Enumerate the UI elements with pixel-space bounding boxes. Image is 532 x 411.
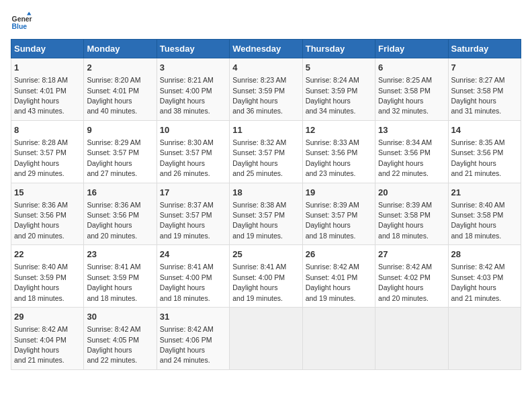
header-row: SundayMondayTuesdayWednesdayThursdayFrid… [11,40,521,58]
logo-icon: General Blue [11,11,32,32]
day-cell: 20Sunrise: 8:39 AMSunset: 3:58 PMDayligh… [375,183,448,245]
day-number: 26 [306,248,372,261]
day-info: Sunrise: 8:41 AMSunset: 4:00 PMDaylight … [232,263,286,302]
day-cell: 2Sunrise: 8:20 AMSunset: 4:01 PMDaylight… [84,58,157,121]
day-number: 16 [87,187,153,199]
day-info: Sunrise: 8:36 AMSunset: 3:56 PMDaylight … [87,201,140,240]
day-cell: 11Sunrise: 8:32 AMSunset: 3:57 PMDayligh… [230,120,302,183]
day-info: Sunrise: 8:35 AMSunset: 3:56 PMDaylight … [451,138,505,177]
day-info: Sunrise: 8:36 AMSunset: 3:56 PMDaylight … [14,201,68,240]
day-number: 6 [378,62,445,74]
day-number: 2 [87,62,153,74]
day-number: 28 [451,248,518,261]
day-info: Sunrise: 8:40 AMSunset: 3:58 PMDaylight … [451,201,505,240]
day-info: Sunrise: 8:42 AMSunset: 4:02 PMDaylight … [378,263,432,302]
day-info: Sunrise: 8:41 AMSunset: 3:59 PMDaylight … [87,263,140,302]
day-number: 13 [378,124,445,136]
day-number: 15 [14,187,81,199]
week-row-5: 29Sunrise: 8:42 AMSunset: 4:04 PMDayligh… [11,308,521,370]
day-info: Sunrise: 8:24 AMSunset: 3:59 PMDaylight … [306,76,359,115]
header-saturday: Saturday [448,40,521,58]
day-number: 23 [87,248,153,261]
page-header: General Blue [11,11,521,32]
day-cell [375,308,448,370]
day-info: Sunrise: 8:40 AMSunset: 3:59 PMDaylight … [14,263,68,302]
day-info: Sunrise: 8:21 AMSunset: 4:00 PMDaylight … [160,76,214,115]
day-number: 27 [378,248,445,261]
day-number: 25 [232,248,299,261]
day-info: Sunrise: 8:33 AMSunset: 3:56 PMDaylight … [306,138,359,177]
day-cell: 27Sunrise: 8:42 AMSunset: 4:02 PMDayligh… [375,245,448,308]
day-number: 1 [14,62,81,74]
day-cell: 16Sunrise: 8:36 AMSunset: 3:56 PMDayligh… [84,183,157,245]
header-monday: Monday [84,40,157,58]
day-number: 22 [14,248,81,261]
header-friday: Friday [375,40,448,58]
day-cell [230,308,302,370]
day-info: Sunrise: 8:42 AMSunset: 4:04 PMDaylight … [14,325,68,364]
day-cell: 26Sunrise: 8:42 AMSunset: 4:01 PMDayligh… [302,245,375,308]
day-cell: 30Sunrise: 8:42 AMSunset: 4:05 PMDayligh… [84,308,157,370]
day-number: 30 [87,311,153,323]
day-cell: 22Sunrise: 8:40 AMSunset: 3:59 PMDayligh… [11,245,84,308]
day-info: Sunrise: 8:23 AMSunset: 3:59 PMDaylight … [232,76,286,115]
day-number: 11 [232,124,299,136]
day-number: 14 [451,124,518,136]
day-info: Sunrise: 8:27 AMSunset: 3:58 PMDaylight … [451,76,505,115]
week-row-4: 22Sunrise: 8:40 AMSunset: 3:59 PMDayligh… [11,245,521,308]
day-info: Sunrise: 8:41 AMSunset: 4:00 PMDaylight … [160,263,214,302]
day-info: Sunrise: 8:42 AMSunset: 4:03 PMDaylight … [451,263,505,302]
day-number: 3 [160,62,226,74]
header-tuesday: Tuesday [157,40,229,58]
day-info: Sunrise: 8:18 AMSunset: 4:01 PMDaylight … [14,76,68,115]
svg-text:General: General [12,15,32,23]
day-cell: 14Sunrise: 8:35 AMSunset: 3:56 PMDayligh… [448,120,521,183]
day-cell: 5Sunrise: 8:24 AMSunset: 3:59 PMDaylight… [302,58,375,121]
svg-text:Blue: Blue [12,23,28,30]
day-number: 19 [306,187,372,199]
day-cell: 19Sunrise: 8:39 AMSunset: 3:57 PMDayligh… [302,183,375,245]
day-number: 20 [378,187,445,199]
day-info: Sunrise: 8:42 AMSunset: 4:05 PMDaylight … [87,325,140,364]
day-number: 18 [232,187,299,199]
header-thursday: Thursday [302,40,375,58]
day-cell: 25Sunrise: 8:41 AMSunset: 4:00 PMDayligh… [230,245,302,308]
day-number: 5 [306,62,372,74]
day-number: 21 [451,187,518,199]
day-cell: 31Sunrise: 8:42 AMSunset: 4:06 PMDayligh… [157,308,229,370]
day-cell: 7Sunrise: 8:27 AMSunset: 3:58 PMDaylight… [448,58,521,121]
day-cell: 4Sunrise: 8:23 AMSunset: 3:59 PMDaylight… [230,58,302,121]
day-cell: 13Sunrise: 8:34 AMSunset: 3:56 PMDayligh… [375,120,448,183]
header-wednesday: Wednesday [230,40,302,58]
day-number: 29 [14,311,81,323]
logo: General Blue [11,11,32,32]
week-row-2: 8Sunrise: 8:28 AMSunset: 3:57 PMDaylight… [11,120,521,183]
day-info: Sunrise: 8:37 AMSunset: 3:57 PMDaylight … [160,201,214,240]
day-info: Sunrise: 8:20 AMSunset: 4:01 PMDaylight … [87,76,140,115]
day-info: Sunrise: 8:25 AMSunset: 3:58 PMDaylight … [378,76,432,115]
day-number: 8 [14,124,81,136]
day-info: Sunrise: 8:34 AMSunset: 3:56 PMDaylight … [378,138,432,177]
day-number: 31 [160,311,226,323]
day-info: Sunrise: 8:28 AMSunset: 3:57 PMDaylight … [14,138,68,177]
day-cell: 15Sunrise: 8:36 AMSunset: 3:56 PMDayligh… [11,183,84,245]
day-cell: 6Sunrise: 8:25 AMSunset: 3:58 PMDaylight… [375,58,448,121]
day-cell: 24Sunrise: 8:41 AMSunset: 4:00 PMDayligh… [157,245,229,308]
day-number: 9 [87,124,153,136]
day-info: Sunrise: 8:39 AMSunset: 3:57 PMDaylight … [306,201,359,240]
day-cell: 10Sunrise: 8:30 AMSunset: 3:57 PMDayligh… [157,120,229,183]
day-number: 4 [232,62,299,74]
day-info: Sunrise: 8:32 AMSunset: 3:57 PMDaylight … [232,138,286,177]
day-cell: 18Sunrise: 8:38 AMSunset: 3:57 PMDayligh… [230,183,302,245]
day-info: Sunrise: 8:30 AMSunset: 3:57 PMDaylight … [160,138,214,177]
day-number: 17 [160,187,226,199]
day-number: 24 [160,248,226,261]
day-info: Sunrise: 8:39 AMSunset: 3:58 PMDaylight … [378,201,432,240]
day-info: Sunrise: 8:38 AMSunset: 3:57 PMDaylight … [232,201,286,240]
day-number: 7 [451,62,518,74]
day-cell: 23Sunrise: 8:41 AMSunset: 3:59 PMDayligh… [84,245,157,308]
day-cell: 3Sunrise: 8:21 AMSunset: 4:00 PMDaylight… [157,58,229,121]
day-number: 10 [160,124,226,136]
day-info: Sunrise: 8:42 AMSunset: 4:06 PMDaylight … [160,325,214,364]
day-cell: 12Sunrise: 8:33 AMSunset: 3:56 PMDayligh… [302,120,375,183]
